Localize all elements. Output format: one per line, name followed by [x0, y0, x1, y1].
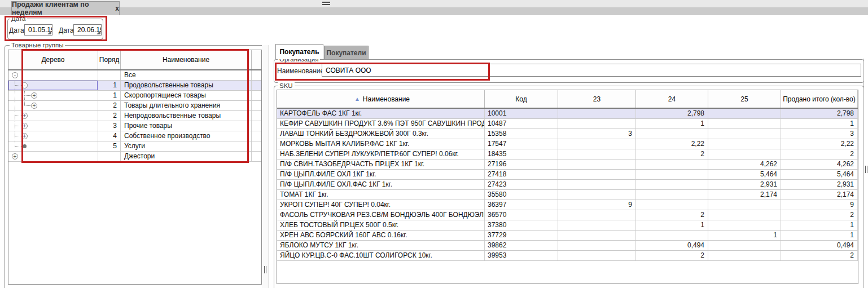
sku-week24-cell[interactable] — [636, 170, 708, 179]
expand-icon[interactable]: + — [21, 123, 28, 129]
table-row[interactable]: ЛАВАШ ТОНКИЙ БЕЗДРОЖЖЕВОЙ 300Г 0.3кг.153… — [277, 129, 858, 139]
sku-week23-cell[interactable]: 9 — [558, 200, 636, 210]
sku-header-week25[interactable]: 25 — [708, 90, 781, 108]
tree-header-order[interactable]: Поряд — [98, 50, 121, 69]
expand-icon[interactable]: + — [12, 153, 18, 159]
sku-week23-cell[interactable] — [558, 149, 636, 159]
sku-week25-cell[interactable]: 4,262 — [708, 159, 781, 169]
sku-week24-cell[interactable]: 0,494 — [636, 241, 708, 250]
sku-code-cell[interactable]: 37729 — [485, 231, 558, 240]
sku-week23-cell[interactable] — [558, 119, 636, 129]
sku-week24-cell[interactable]: 2,22 — [636, 139, 708, 149]
tree-name-cell[interactable]: Продовольственные товары — [121, 81, 252, 90]
tree-order-cell[interactable] — [98, 70, 121, 80]
tree-name-cell[interactable]: Товары длительного хранения — [121, 101, 252, 110]
report-tab[interactable]: Продажи клиентам по неделям x — [11, 1, 120, 15]
tree-row[interactable]: +2Товары длительного хранения — [8, 101, 261, 111]
sku-week23-cell[interactable] — [558, 170, 636, 179]
tree-order-cell[interactable]: 5 — [98, 141, 121, 151]
sku-total-cell[interactable]: 9 — [781, 200, 858, 210]
sku-week25-cell[interactable] — [708, 129, 781, 139]
tree-row[interactable]: +Джестори — [8, 152, 261, 162]
sku-name-cell[interactable]: КАРТОФЕЛЬ ФАС 1КГ 1кг. — [277, 109, 485, 118]
sku-week24-cell[interactable] — [636, 231, 708, 240]
tree-row[interactable]: -1Продовольственные товары — [8, 81, 261, 91]
tree-order-cell[interactable]: 1 — [98, 81, 121, 90]
table-row[interactable]: П/Ф ЦЫПЛ.ФИЛЕ ОХЛ.ФАС 1КГ 1кг.274232,931… — [277, 180, 858, 190]
expand-icon[interactable]: + — [21, 133, 28, 139]
sku-code-cell[interactable]: 39953 — [485, 251, 558, 260]
sku-total-cell[interactable]: 2,22 — [781, 139, 858, 149]
sku-total-cell[interactable]: 2 — [781, 210, 858, 220]
sku-name-cell[interactable]: ЯБЛОКО МУТСУ 1КГ 1кг. — [277, 241, 485, 250]
menu-grip-icon[interactable] — [322, 2, 330, 6]
tree-row[interactable]: +3Прочие товары — [8, 121, 261, 131]
sku-code-cell[interactable]: 17547 — [485, 139, 558, 149]
sku-code-cell[interactable]: 18435 — [485, 149, 558, 159]
table-row[interactable]: П/Ф ЦЫПЛ.ФИЛЕ ОХЛ 1КГ 1кг.274185,4645,46… — [277, 170, 858, 180]
table-row[interactable]: ФАСОЛЬ СТРУЧКОВАЯ РЕЗ.СВ/М БОНДЮЭЛЬ 400Г… — [277, 210, 858, 220]
date-to-input[interactable] — [73, 24, 102, 36]
tree-order-cell[interactable]: 4 — [98, 131, 121, 141]
tree-cell[interactable]: + — [8, 111, 98, 121]
sku-name-cell[interactable]: П/Ф СВИН.ТАЗОБЕДР.ЧАСТЬ ПР.ЦЕХ 1КГ 1кг. — [277, 159, 485, 169]
tree-name-cell[interactable]: Услуги — [121, 141, 252, 151]
tree-header-name[interactable]: Наименование — [121, 50, 252, 69]
sku-name-cell[interactable]: ХРЕН АВС БОЯРСКИЙ 160Г АВС 0.16кг. — [277, 231, 485, 240]
sku-code-cell[interactable]: 36570 — [485, 210, 558, 220]
sku-week24-cell[interactable]: 1 — [636, 220, 708, 230]
sku-header-name[interactable]: ▲ Наименование — [277, 90, 485, 108]
sku-name-cell[interactable]: КЕФИР САВУШКИН ПРОДУКТ 3.6% ПЭТ 950Г САВ… — [277, 119, 485, 129]
sku-week23-cell[interactable] — [558, 210, 636, 220]
tree-header-tree[interactable]: Дерево — [8, 50, 98, 69]
sku-week24-cell[interactable]: 2 — [636, 210, 708, 220]
table-row[interactable]: ЯБЛОКО МУТСУ 1КГ 1кг.398620,4940,494 — [277, 241, 858, 251]
sku-week25-cell[interactable] — [708, 119, 781, 129]
sku-total-cell[interactable]: 1 — [781, 119, 858, 129]
sku-code-cell[interactable]: 39862 — [485, 241, 558, 250]
date-from-picker[interactable] — [24, 24, 52, 36]
tree-name-cell[interactable]: Собственное производство — [121, 131, 252, 141]
sku-week23-cell[interactable] — [558, 109, 636, 118]
sku-week25-cell[interactable] — [708, 210, 781, 220]
tree-order-cell[interactable]: 2 — [98, 101, 121, 110]
right-splitter-grip-icon[interactable] — [865, 166, 868, 173]
sku-week24-cell[interactable]: 2 — [636, 251, 708, 260]
sku-week24-cell[interactable]: 2,798 — [636, 109, 708, 118]
collapse-icon[interactable]: - — [12, 72, 18, 78]
tree-row[interactable]: +1Скоропортящиеся товары — [8, 91, 261, 101]
sku-week25-cell[interactable] — [708, 241, 781, 250]
sku-total-cell[interactable]: 1 — [781, 231, 858, 240]
sku-week25-cell[interactable] — [708, 200, 781, 210]
sku-week23-cell[interactable] — [558, 220, 636, 230]
sku-code-cell[interactable]: 27423 — [485, 180, 558, 189]
organization-name-input[interactable] — [322, 64, 861, 77]
sku-total-cell[interactable]: 2,931 — [781, 180, 858, 189]
sku-week23-cell[interactable] — [558, 241, 636, 250]
table-row[interactable]: МОРКОВЬ МЫТАЯ КАЛИБР.ФАС 1КГ 1кг.175472,… — [277, 139, 858, 149]
sku-name-cell[interactable]: ЯЙЦО КУР.ЦВ.С-0 ФАС.10ШТ СОЛИГОРСК 10кг. — [277, 251, 485, 260]
sku-week25-cell[interactable] — [708, 220, 781, 230]
tree-row[interactable]: 5Услуги — [8, 141, 261, 152]
sku-week23-cell[interactable] — [558, 231, 636, 240]
tree-cell[interactable]: + — [8, 131, 98, 141]
table-row[interactable]: ЯЙЦО КУР.ЦВ.С-0 ФАС.10ШТ СОЛИГОРСК 10кг.… — [277, 251, 858, 261]
sku-code-cell[interactable]: 35580 — [485, 190, 558, 200]
splitter-grip-icon[interactable] — [264, 266, 268, 273]
sku-total-cell[interactable]: 2,798 — [781, 109, 858, 118]
tree-cell[interactable]: + — [8, 152, 98, 161]
sku-header-week24[interactable]: 24 — [636, 90, 708, 108]
sku-name-cell[interactable]: ФАСОЛЬ СТРУЧКОВАЯ РЕЗ.СВ/М БОНДЮЭЛЬ 400Г… — [277, 210, 485, 220]
tree-row[interactable]: +4Собственное производство — [8, 131, 261, 141]
sku-total-cell[interactable]: 1 — [781, 220, 858, 230]
expand-icon[interactable]: + — [31, 103, 37, 109]
table-row[interactable]: КАРТОФЕЛЬ ФАС 1КГ 1кг.100012,7982,798 — [277, 109, 858, 119]
sku-total-cell[interactable]: 0,494 — [781, 241, 858, 250]
expand-icon[interactable]: + — [21, 113, 28, 119]
sku-name-cell[interactable]: ТОМАТ 1КГ 1кг. — [277, 190, 485, 200]
sku-code-cell[interactable]: 36397 — [485, 200, 558, 210]
sku-week24-cell[interactable] — [636, 190, 708, 200]
close-icon[interactable]: x — [115, 5, 119, 12]
sku-week23-cell[interactable] — [558, 139, 636, 149]
sku-week25-cell[interactable]: 2,931 — [708, 180, 781, 189]
